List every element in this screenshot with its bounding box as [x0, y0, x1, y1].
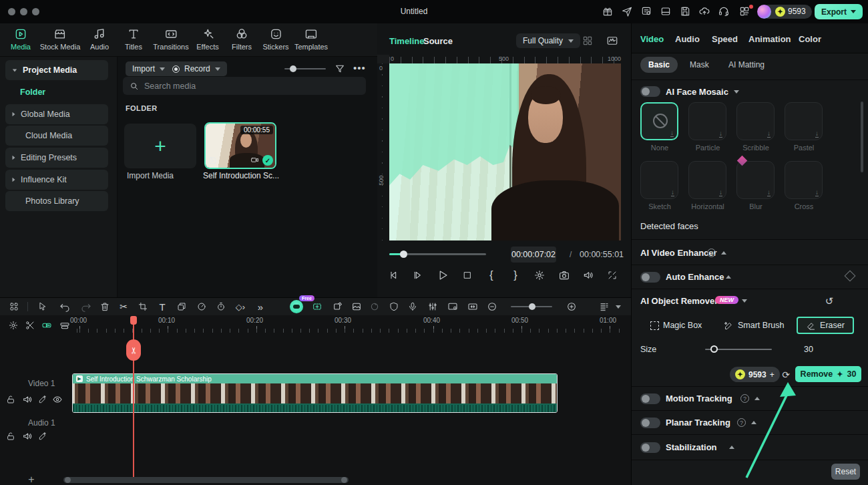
layout-panel-icon[interactable] [660, 6, 672, 17]
multi-view-icon[interactable] [582, 35, 594, 47]
voiceover-mic-icon[interactable] [408, 302, 418, 312]
ai-frame-icon[interactable] [312, 301, 322, 312]
mosaic-option-blur[interactable]: ↓ [736, 161, 775, 199]
tab-titles[interactable]: Titles [125, 27, 142, 51]
timeline-settings-icon[interactable] [9, 321, 19, 331]
tab-audio[interactable]: Audio [675, 34, 700, 44]
mosaic-option-scribble[interactable]: ↓ [736, 102, 775, 140]
transform-icon[interactable] [177, 302, 187, 312]
remove-button[interactable]: Remove ✦ 30 [795, 366, 861, 382]
help-icon[interactable]: ? [737, 418, 746, 427]
tab-timeline-preview[interactable]: Timeline [389, 36, 425, 46]
gift-icon[interactable] [602, 6, 614, 17]
send-icon[interactable] [622, 6, 633, 17]
motion-tracking-toggle[interactable] [640, 393, 660, 404]
more-options-icon[interactable]: ••• [353, 62, 366, 73]
tab-video[interactable]: Video [640, 34, 664, 44]
sidebar-item-photos-library[interactable]: Photos Library [5, 191, 108, 211]
mosaic-option-cross[interactable]: ↓ [785, 161, 823, 199]
subtab-mask[interactable]: Mask [682, 57, 717, 73]
save-icon[interactable] [680, 6, 691, 17]
window-dot[interactable] [20, 8, 27, 15]
tab-color[interactable]: Color [799, 34, 821, 44]
scroll-handle-left[interactable] [65, 477, 71, 483]
screen-record-icon[interactable] [447, 301, 458, 312]
credits-pill[interactable]: ✦ 9593 + [730, 367, 780, 382]
tab-transitions[interactable]: Transitions [153, 27, 188, 51]
tab-source-preview[interactable]: Source [423, 36, 453, 46]
size-slider-thumb[interactable] [710, 345, 718, 353]
tab-effects[interactable]: Effects [196, 27, 218, 51]
rename-clip-icon[interactable] [59, 320, 70, 331]
tab-speed[interactable]: Speed [712, 34, 738, 44]
cloud-upload-icon[interactable] [698, 5, 710, 17]
undo-icon[interactable] [59, 301, 70, 312]
current-timecode[interactable]: 00:00:07:02 [511, 247, 556, 263]
mute-track-icon[interactable] [22, 431, 33, 442]
import-button[interactable]: Import [126, 61, 172, 76]
reset-remover-icon[interactable]: ↺ [825, 295, 834, 307]
select-tool-icon[interactable] [38, 302, 48, 312]
fullscreen-icon[interactable] [608, 271, 618, 281]
unlink-scissors-icon[interactable] [25, 321, 35, 331]
playback-progress-bar[interactable] [389, 253, 486, 255]
collapse-caret-icon[interactable] [754, 397, 760, 400]
track-enhance-icon[interactable] [38, 432, 47, 441]
slider-thumb[interactable] [529, 303, 535, 310]
next-frame-button[interactable] [413, 270, 423, 281]
auto-ripple-icon[interactable] [41, 320, 52, 331]
headset-icon[interactable] [718, 6, 730, 17]
playback-settings-icon[interactable] [534, 270, 546, 281]
timer-icon[interactable] [216, 302, 226, 312]
media-clip-icon[interactable] [351, 301, 362, 312]
toolbar-grid-icon[interactable] [9, 302, 19, 312]
face-mosaic-toggle[interactable] [640, 86, 660, 97]
collapse-caret-icon[interactable] [721, 251, 726, 255]
volume-icon[interactable] [583, 270, 594, 281]
add-track-button[interactable]: + [28, 474, 34, 485]
playhead-handle[interactable] [130, 316, 137, 325]
sidebar-item-cloud-media[interactable]: Cloud Media [5, 126, 108, 146]
mark-in-icon[interactable]: { [489, 269, 493, 281]
search-input[interactable] [144, 82, 331, 91]
collapse-caret-icon[interactable] [729, 446, 734, 449]
audio-mixer-icon[interactable] [428, 302, 438, 312]
project-notes-icon[interactable] [641, 6, 652, 17]
keyframe-icon[interactable]: ◇› [236, 303, 245, 311]
hide-track-icon[interactable] [52, 394, 63, 405]
lock-track-icon[interactable] [6, 395, 16, 405]
planar-tracking-toggle[interactable] [640, 418, 660, 428]
ai-copilot-icon[interactable] [290, 300, 303, 313]
track-manager-icon[interactable] [600, 302, 610, 312]
help-icon[interactable]: ? [707, 249, 716, 257]
thumbnail-size-slider[interactable] [284, 68, 326, 69]
tab-media[interactable]: Media [11, 27, 31, 51]
delete-icon[interactable] [100, 302, 110, 312]
scroll-handle-right[interactable] [341, 477, 347, 483]
reset-button[interactable]: Reset [831, 464, 860, 480]
loop-icon[interactable] [369, 301, 380, 312]
window-dot[interactable] [32, 8, 39, 15]
size-slider[interactable] [705, 349, 772, 350]
playhead-thumb[interactable] [400, 251, 407, 258]
sidebar-item-project-media[interactable]: Project Media [5, 60, 108, 80]
sidebar-item-editing-presets[interactable]: Editing Presets [5, 148, 108, 168]
avatar[interactable] [757, 5, 771, 19]
collapse-caret-icon[interactable] [734, 90, 739, 94]
stabilization-toggle[interactable] [640, 442, 660, 453]
zoom-in-icon[interactable] [566, 301, 577, 312]
chevron-down-icon[interactable] [616, 305, 621, 309]
apps-grid-icon[interactable] [739, 6, 750, 17]
shield-icon[interactable] [389, 302, 399, 312]
fit-timeline-icon[interactable] [467, 301, 478, 312]
search-bar[interactable] [123, 77, 366, 95]
more-tools-icon[interactable]: » [258, 302, 263, 312]
timeline-scrollbar[interactable] [63, 477, 349, 483]
ruler-minor-ticks[interactable] [70, 329, 621, 333]
preview-video-frame[interactable] [389, 63, 621, 240]
sidebar-item-global-media[interactable]: Global Media [5, 104, 108, 124]
window-dot[interactable] [8, 8, 15, 15]
help-icon[interactable]: ? [740, 394, 749, 403]
tab-filters[interactable]: Filters [232, 27, 252, 51]
tab-animation[interactable]: Animation [748, 34, 791, 44]
